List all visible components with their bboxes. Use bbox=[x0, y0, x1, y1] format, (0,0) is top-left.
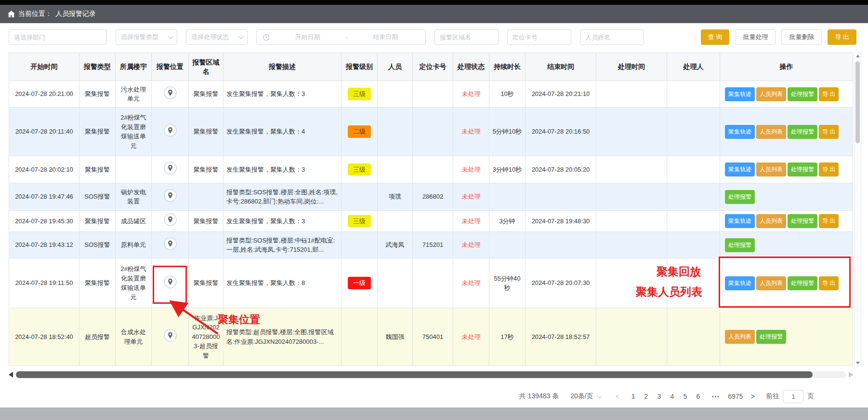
cell-description: 发生聚集报警，聚集人数：3 bbox=[224, 156, 342, 183]
scroll-right-icon[interactable] bbox=[849, 372, 853, 378]
alarm-level-badge: 一级 bbox=[348, 277, 371, 289]
location-pin-icon[interactable] bbox=[164, 189, 177, 202]
action-export-button[interactable]: 导 出 bbox=[819, 87, 839, 101]
cell-handle-time bbox=[596, 183, 667, 211]
page-size-value: 20条/页 bbox=[570, 392, 593, 401]
action-export-button[interactable]: 导 出 bbox=[819, 214, 839, 228]
cell-person: 项璞 bbox=[378, 183, 413, 211]
location-pin-icon[interactable] bbox=[164, 329, 177, 342]
action-list-button[interactable]: 人员列表 bbox=[756, 87, 786, 101]
action-list-button[interactable]: 人员列表 bbox=[756, 163, 786, 176]
bottom-gray-strip bbox=[0, 407, 868, 420]
location-pin-icon[interactable] bbox=[164, 275, 177, 288]
page-number[interactable]: 1 bbox=[627, 393, 640, 400]
horizontal-scrollbar[interactable] bbox=[9, 371, 853, 379]
area-name-input[interactable] bbox=[434, 29, 499, 45]
action-handle-button[interactable]: 处理报警 bbox=[788, 214, 817, 228]
alarm-type-placeholder: 选择报警类型 bbox=[121, 33, 158, 41]
cell-description: 报警类型:超员报警,楼层:全图,报警区域名:作业票:JGJXN202407280… bbox=[224, 308, 342, 366]
cell-description: 报警类型:SOS报警,楼层:中钰1#配电室:一层,姓名:武海凤,卡号:71520… bbox=[224, 232, 342, 258]
action-track-button[interactable]: 聚集轨迹 bbox=[725, 87, 755, 101]
page-number[interactable]: 2 bbox=[640, 393, 653, 400]
horizontal-scrollbar-thumb[interactable] bbox=[16, 371, 813, 378]
jump-label-prefix: 前往 bbox=[766, 392, 779, 401]
cell-building: 成品罐区 bbox=[116, 211, 152, 232]
query-button[interactable]: 查 询 bbox=[701, 29, 730, 45]
table-row: 2024-07-28 19:47:46SOS报警锅炉发电装置报警类型:SOS报警… bbox=[9, 183, 853, 211]
cell-area-name bbox=[189, 232, 224, 258]
last-page-number[interactable]: 6975 bbox=[727, 393, 744, 400]
action-list-button[interactable]: 人员列表 bbox=[756, 125, 786, 139]
page-number[interactable]: 4 bbox=[666, 393, 679, 400]
cell-alarm-location bbox=[152, 156, 189, 183]
end-date-placeholder[interactable]: 结束日期 bbox=[352, 33, 420, 41]
prev-page-button[interactable]: < bbox=[613, 393, 622, 400]
page-number[interactable]: 3 bbox=[653, 393, 666, 400]
cell-handle-status: 未处理 bbox=[453, 308, 489, 366]
cell-alarm-type: 聚集报警 bbox=[79, 156, 116, 183]
cell-description: 发生聚集报警，聚集人数：8 bbox=[224, 258, 342, 308]
handle-status-select[interactable]: 选择处理状态 bbox=[186, 29, 248, 45]
cell-alarm-level: 三级 bbox=[342, 156, 378, 183]
cell-area-name: 聚集报警 bbox=[189, 258, 224, 308]
pagination-ellipsis[interactable]: ••• bbox=[710, 394, 723, 399]
action-handle-button[interactable]: 处理报警 bbox=[725, 238, 755, 252]
start-date-placeholder[interactable]: 开始日期 bbox=[274, 33, 342, 41]
action-export-button[interactable]: 导 出 bbox=[819, 163, 839, 176]
cell-alarm-location bbox=[152, 211, 189, 232]
scroll-down-icon[interactable] bbox=[856, 362, 860, 365]
action-track-button[interactable]: 聚集轨迹 bbox=[725, 125, 755, 139]
page-number[interactable]: 6 bbox=[692, 393, 705, 400]
person-name-input[interactable] bbox=[580, 29, 644, 45]
action-track-button[interactable]: 聚集轨迹 bbox=[725, 163, 755, 176]
page-number[interactable]: 5 bbox=[679, 393, 692, 400]
next-page-button[interactable]: > bbox=[749, 393, 757, 400]
action-export-button[interactable]: 导 出 bbox=[819, 276, 839, 290]
action-handle-button[interactable]: 处理报警 bbox=[788, 125, 817, 139]
scroll-left-icon[interactable] bbox=[9, 372, 13, 378]
action-handle-button[interactable]: 处理报警 bbox=[725, 190, 755, 204]
cell-alarm-type: 超员报警 bbox=[79, 308, 116, 366]
location-pin-icon[interactable] bbox=[164, 162, 177, 175]
export-button[interactable]: 导 出 bbox=[828, 29, 856, 45]
action-handle-button[interactable]: 处理报警 bbox=[788, 87, 817, 101]
cell-person: 武海凤 bbox=[378, 232, 413, 258]
cell-alarm-type: SOS报警 bbox=[79, 232, 116, 258]
location-pin-icon[interactable] bbox=[164, 124, 177, 137]
scroll-up-icon[interactable] bbox=[856, 54, 860, 57]
card-number-input[interactable] bbox=[507, 29, 571, 45]
location-pin-icon[interactable] bbox=[164, 86, 177, 99]
cell-description: 发生聚集报警，聚集人数：3 bbox=[224, 81, 342, 108]
action-list-button[interactable]: 人员列表 bbox=[756, 276, 786, 290]
action-track-button[interactable]: 聚集轨迹 bbox=[725, 276, 755, 290]
home-icon[interactable] bbox=[8, 11, 15, 17]
batch-delete-button[interactable]: 批量删除 bbox=[781, 29, 822, 45]
department-input[interactable] bbox=[9, 29, 107, 45]
cell-building: 原料单元 bbox=[116, 232, 152, 258]
cell-operations: 人员列表处理报警 bbox=[720, 308, 853, 366]
date-range-picker[interactable]: 开始日期 - 结束日期 bbox=[256, 29, 426, 45]
action-handle-button[interactable]: 处理报警 bbox=[756, 330, 786, 344]
column-header: 定位卡号 bbox=[413, 53, 453, 81]
cell-person bbox=[378, 81, 413, 108]
action-list-button[interactable]: 人员列表 bbox=[725, 330, 755, 344]
cell-description: 发生聚集报警，聚集人数：3 bbox=[224, 211, 342, 232]
cell-handle-status: 未处理 bbox=[453, 258, 489, 308]
cell-handler bbox=[667, 81, 720, 108]
batch-handle-button[interactable]: 批量处理 bbox=[735, 29, 776, 45]
action-handle-button[interactable]: 处理报警 bbox=[788, 276, 817, 290]
action-handle-button[interactable]: 处理报警 bbox=[788, 163, 817, 176]
location-pin-icon[interactable] bbox=[164, 213, 177, 226]
location-pin-icon[interactable] bbox=[164, 237, 177, 250]
page-size-select[interactable]: 20条/页 bbox=[570, 392, 600, 401]
action-export-button[interactable]: 导 出 bbox=[819, 125, 839, 139]
action-list-button[interactable]: 人员列表 bbox=[756, 214, 786, 228]
vertical-scrollbar[interactable] bbox=[854, 53, 861, 366]
horizontal-scrollbar-track[interactable] bbox=[16, 371, 846, 378]
chevron-down-icon bbox=[168, 34, 173, 39]
action-track-button[interactable]: 聚集轨迹 bbox=[725, 214, 755, 228]
jump-page-input[interactable] bbox=[783, 390, 803, 403]
alarm-type-select[interactable]: 选择报警类型 bbox=[116, 29, 177, 45]
vertical-scrollbar-thumb[interactable] bbox=[855, 61, 860, 143]
cell-end-time: 2024-07-28 20:07:30 bbox=[526, 258, 596, 308]
